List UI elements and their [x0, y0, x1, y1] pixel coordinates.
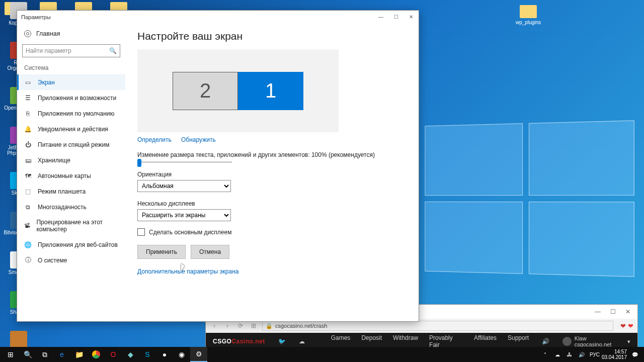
- taskbar-obs[interactable]: ◉: [173, 347, 190, 362]
- taskbar-settings[interactable]: ⚙: [190, 347, 207, 362]
- sidebar-item-label: Приложения для веб-сайтов: [38, 241, 118, 248]
- search-button[interactable]: 🔍: [19, 347, 36, 362]
- minimize-button[interactable]: —: [590, 306, 605, 317]
- url-bar[interactable]: 🔒csgocasino.net/crash: [262, 321, 613, 331]
- sidebar-icon: ▭: [24, 78, 32, 86]
- site-nav-link[interactable]: Affiliates: [474, 334, 497, 348]
- maximize-button[interactable]: ☐: [388, 11, 404, 23]
- scale-label: Изменение размера текста, приложений и д…: [137, 151, 407, 158]
- sidebar-item-label: Многозадачность: [38, 204, 87, 211]
- sidebar-item-9[interactable]: 📽Проецирование на этот компьютер: [17, 215, 125, 237]
- user-menu[interactable]: Klaw csgocasino.net ▾: [562, 335, 630, 347]
- sidebar-item-8[interactable]: ⧉Многозадачность: [17, 199, 125, 215]
- sidebar-icon: 🖴: [24, 156, 32, 164]
- search-placeholder: Найти параметр: [26, 47, 71, 54]
- maximize-button[interactable]: ☐: [605, 306, 620, 317]
- desktop-folder-wp-plugins[interactable]: wp_plugins: [516, 5, 541, 25]
- site-nav-link[interactable]: Deposit: [361, 334, 382, 348]
- multiple-displays-select[interactable]: Расширить эти экраны: [137, 209, 231, 221]
- orientation-select[interactable]: Альбомная: [137, 180, 231, 192]
- sidebar-icon: ⧉: [24, 203, 32, 211]
- sound-icon[interactable]: 🔊: [542, 338, 549, 345]
- sidebar-item-label: Приложения и возможности: [38, 95, 116, 102]
- apply-button[interactable]: Применить: [137, 245, 186, 259]
- monitor-2[interactable]: 2: [173, 72, 238, 110]
- sidebar-icon: 📽: [24, 222, 30, 230]
- site-nav-link[interactable]: Games: [331, 334, 351, 348]
- monitor-1[interactable]: 1: [238, 72, 303, 110]
- start-button[interactable]: ⊞: [2, 347, 19, 362]
- tray-volume-icon[interactable]: 🔊: [578, 352, 586, 357]
- sidebar-item-7[interactable]: ⬚Режим планшета: [17, 184, 125, 199]
- taskbar-opera[interactable]: O: [105, 347, 122, 362]
- back-button[interactable]: ‹: [210, 322, 219, 329]
- sidebar-icon: ⬚: [24, 188, 32, 195]
- detect-link[interactable]: Обнаружить: [181, 136, 216, 143]
- taskbar-app[interactable]: ●: [156, 347, 173, 362]
- task-view-button[interactable]: ⧉: [36, 347, 53, 362]
- sidebar-item-label: Автономные карты: [38, 172, 91, 179]
- taskbar-edge[interactable]: e: [53, 347, 70, 362]
- username: Klaw csgocasino.net: [575, 335, 624, 347]
- sidebar-item-11[interactable]: ⓘО системе: [17, 252, 125, 268]
- sidebar-home[interactable]: Главная: [17, 27, 125, 40]
- page-title: Настройте ваш экран: [137, 30, 407, 42]
- apps-button[interactable]: ⊞: [249, 322, 258, 329]
- sidebar-item-3[interactable]: 🔔Уведомления и действия: [17, 121, 125, 137]
- folder-label: wp_plugins: [516, 20, 541, 25]
- identify-link[interactable]: Определить: [137, 136, 172, 143]
- tray-network-icon[interactable]: 🖧: [566, 352, 574, 357]
- sidebar-item-label: Проецирование на этот компьютер: [36, 219, 118, 233]
- heart-icon[interactable]: ❤: [628, 322, 633, 330]
- tray-clock[interactable]: 14:57 03.04.2017: [602, 349, 627, 360]
- taskbar-explorer[interactable]: 📁: [70, 347, 88, 362]
- sidebar-icon: ☰: [24, 94, 32, 102]
- close-button[interactable]: ✕: [404, 11, 419, 23]
- sidebar-item-2[interactable]: ⎘Приложения по умолчанию: [17, 106, 125, 121]
- system-tray: ˄ ☁ 🖧 🔊 РУС 14:57 03.04.2017 💬: [541, 349, 642, 360]
- social-icon[interactable]: 🐦: [278, 338, 286, 345]
- primary-display-checkbox[interactable]: [137, 228, 145, 236]
- tray-date: 03.04.2017: [602, 354, 627, 360]
- site-nav-link[interactable]: Provably Fair: [429, 334, 463, 348]
- tray-language[interactable]: РУС: [590, 352, 598, 357]
- site-nav-link[interactable]: Support: [508, 334, 529, 348]
- reload-button[interactable]: ⟳: [236, 322, 245, 329]
- taskbar-skype[interactable]: S: [139, 347, 156, 362]
- sidebar-section-label: Система: [17, 62, 125, 74]
- close-button[interactable]: ✕: [620, 306, 635, 317]
- scale-slider[interactable]: [137, 161, 232, 163]
- cancel-button[interactable]: Отмена: [191, 245, 229, 259]
- sidebar-icon: ⎘: [24, 110, 32, 117]
- search-input[interactable]: Найти параметр 🔍: [22, 44, 120, 57]
- tray-chevron-icon[interactable]: ˄: [541, 352, 549, 357]
- heart-icon[interactable]: ❤: [620, 322, 626, 330]
- sidebar-item-4[interactable]: ⏻Питание и спящий режим: [17, 137, 125, 152]
- sidebar-item-5[interactable]: 🖴Хранилище: [17, 152, 125, 168]
- forward-button[interactable]: ›: [223, 322, 232, 329]
- taskbar-app[interactable]: ◆: [122, 347, 139, 362]
- sidebar-item-label: О системе: [38, 257, 67, 264]
- tray-onedrive-icon[interactable]: ☁: [553, 352, 561, 357]
- settings-window: Параметры — ☐ ✕ Главная Найти параметр 🔍…: [17, 10, 419, 322]
- sidebar-item-6[interactable]: 🗺Автономные карты: [17, 168, 125, 184]
- tray-notifications-icon[interactable]: 💬: [631, 352, 639, 357]
- sidebar-icon: 🔔: [24, 125, 32, 133]
- taskbar-chrome[interactable]: [88, 347, 105, 362]
- wallpaper-windows-logo: [425, 120, 634, 277]
- minimize-button[interactable]: —: [373, 11, 388, 23]
- sidebar-item-10[interactable]: 🌐Приложения для веб-сайтов: [17, 237, 125, 252]
- monitor-arrangement[interactable]: 2 1: [137, 49, 339, 132]
- site-logo[interactable]: CSGOCasino.net: [213, 338, 265, 345]
- social-icon[interactable]: ☁: [299, 338, 305, 345]
- sidebar-item-1[interactable]: ☰Приложения и возможности: [17, 90, 125, 106]
- sidebar-item-label: Питание и спящий режим: [38, 141, 110, 148]
- sidebar-item-label: Уведомления и действия: [38, 126, 108, 133]
- url-text: csgocasino.net/crash: [275, 323, 327, 329]
- advanced-display-link[interactable]: Дополнительные параметры экрана: [137, 268, 239, 275]
- sidebar-item-0[interactable]: ▭Экран: [17, 74, 125, 90]
- settings-content: Настройте ваш экран 2 1 Определить Обнар…: [125, 23, 419, 321]
- sidebar-item-label: Режим планшета: [38, 188, 86, 195]
- site-nav-link[interactable]: Withdraw: [393, 334, 418, 348]
- multiple-displays-label: Несколько дисплеев: [137, 200, 407, 207]
